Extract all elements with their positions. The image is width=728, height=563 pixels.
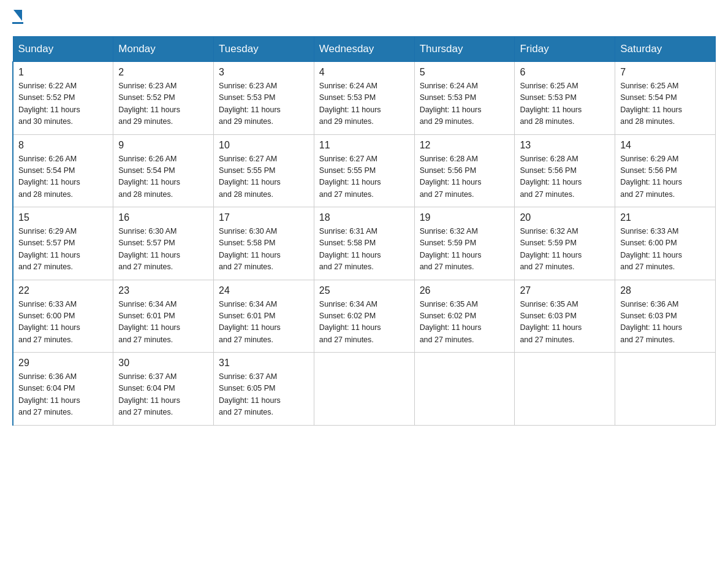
day-number: 16 <box>118 212 208 223</box>
day-number: 8 <box>18 140 108 151</box>
day-number: 30 <box>118 358 208 369</box>
calendar-cell: 11Sunrise: 6:27 AMSunset: 5:55 PMDayligh… <box>314 134 414 207</box>
calendar-cell: 24Sunrise: 6:34 AMSunset: 6:01 PMDayligh… <box>214 280 314 353</box>
day-info: Sunrise: 6:28 AMSunset: 5:56 PMDaylight:… <box>520 153 610 201</box>
day-number: 15 <box>18 212 108 223</box>
day-info: Sunrise: 6:27 AMSunset: 5:55 PMDaylight:… <box>319 153 409 201</box>
calendar-week-row: 22Sunrise: 6:33 AMSunset: 6:00 PMDayligh… <box>13 280 716 353</box>
day-info: Sunrise: 6:29 AMSunset: 5:57 PMDaylight:… <box>18 226 108 274</box>
calendar-cell: 13Sunrise: 6:28 AMSunset: 5:56 PMDayligh… <box>515 134 615 207</box>
day-info: Sunrise: 6:36 AMSunset: 6:04 PMDaylight:… <box>18 371 108 419</box>
day-info: Sunrise: 6:26 AMSunset: 5:54 PMDaylight:… <box>118 153 208 201</box>
day-number: 19 <box>420 212 510 223</box>
day-info: Sunrise: 6:31 AMSunset: 5:58 PMDaylight:… <box>319 226 409 274</box>
day-info: Sunrise: 6:34 AMSunset: 6:02 PMDaylight:… <box>319 299 409 347</box>
calendar-cell: 26Sunrise: 6:35 AMSunset: 6:02 PMDayligh… <box>414 280 515 353</box>
day-info: Sunrise: 6:34 AMSunset: 6:01 PMDaylight:… <box>219 299 309 347</box>
day-info: Sunrise: 6:22 AMSunset: 5:52 PMDaylight:… <box>18 80 108 128</box>
calendar-cell: 5Sunrise: 6:24 AMSunset: 5:53 PMDaylight… <box>414 62 515 135</box>
calendar-cell: 3Sunrise: 6:23 AMSunset: 5:53 PMDaylight… <box>214 62 314 135</box>
day-number: 10 <box>219 140 309 151</box>
day-number: 13 <box>520 140 610 151</box>
calendar-cell: 23Sunrise: 6:34 AMSunset: 6:01 PMDayligh… <box>113 280 214 353</box>
calendar-cell <box>314 353 414 426</box>
calendar-cell <box>615 353 716 426</box>
calendar-cell: 16Sunrise: 6:30 AMSunset: 5:57 PMDayligh… <box>113 207 214 280</box>
calendar-cell: 28Sunrise: 6:36 AMSunset: 6:03 PMDayligh… <box>615 280 716 353</box>
calendar-cell: 9Sunrise: 6:26 AMSunset: 5:54 PMDaylight… <box>113 134 214 207</box>
day-info: Sunrise: 6:30 AMSunset: 5:58 PMDaylight:… <box>219 226 309 274</box>
day-info: Sunrise: 6:23 AMSunset: 5:53 PMDaylight:… <box>219 80 309 128</box>
day-number: 7 <box>620 67 710 78</box>
calendar-cell: 25Sunrise: 6:34 AMSunset: 6:02 PMDayligh… <box>314 280 414 353</box>
calendar-week-row: 8Sunrise: 6:26 AMSunset: 5:54 PMDaylight… <box>13 134 716 207</box>
calendar-cell: 27Sunrise: 6:35 AMSunset: 6:03 PMDayligh… <box>515 280 615 353</box>
day-number: 18 <box>319 212 409 223</box>
column-header-monday: Monday <box>113 37 214 62</box>
day-info: Sunrise: 6:27 AMSunset: 5:55 PMDaylight:… <box>219 153 309 201</box>
day-info: Sunrise: 6:30 AMSunset: 5:57 PMDaylight:… <box>118 226 208 274</box>
day-info: Sunrise: 6:32 AMSunset: 5:59 PMDaylight:… <box>520 226 610 274</box>
calendar-cell: 2Sunrise: 6:23 AMSunset: 5:52 PMDaylight… <box>113 62 214 135</box>
calendar-cell: 17Sunrise: 6:30 AMSunset: 5:58 PMDayligh… <box>214 207 314 280</box>
day-number: 2 <box>118 67 208 78</box>
calendar-cell: 31Sunrise: 6:37 AMSunset: 6:05 PMDayligh… <box>214 353 314 426</box>
day-info: Sunrise: 6:26 AMSunset: 5:54 PMDaylight:… <box>18 153 108 201</box>
calendar-cell: 4Sunrise: 6:24 AMSunset: 5:53 PMDaylight… <box>314 62 414 135</box>
calendar-cell: 14Sunrise: 6:29 AMSunset: 5:56 PMDayligh… <box>615 134 716 207</box>
column-header-wednesday: Wednesday <box>314 37 414 62</box>
calendar-cell: 15Sunrise: 6:29 AMSunset: 5:57 PMDayligh… <box>13 207 113 280</box>
day-number: 4 <box>319 67 409 78</box>
day-number: 22 <box>18 285 108 296</box>
column-header-friday: Friday <box>515 37 615 62</box>
calendar-header-row: SundayMondayTuesdayWednesdayThursdayFrid… <box>13 37 716 62</box>
day-info: Sunrise: 6:24 AMSunset: 5:53 PMDaylight:… <box>319 80 409 128</box>
day-number: 21 <box>620 212 710 223</box>
day-number: 1 <box>18 67 108 78</box>
day-number: 28 <box>620 285 710 296</box>
logo-underline <box>12 22 23 24</box>
calendar-cell: 10Sunrise: 6:27 AMSunset: 5:55 PMDayligh… <box>214 134 314 207</box>
day-number: 12 <box>420 140 510 151</box>
day-info: Sunrise: 6:25 AMSunset: 5:54 PMDaylight:… <box>620 80 710 128</box>
day-number: 14 <box>620 140 710 151</box>
day-info: Sunrise: 6:37 AMSunset: 6:04 PMDaylight:… <box>118 371 208 419</box>
day-number: 29 <box>18 358 108 369</box>
day-number: 27 <box>520 285 610 296</box>
calendar-cell: 6Sunrise: 6:25 AMSunset: 5:53 PMDaylight… <box>515 62 615 135</box>
day-number: 5 <box>420 67 510 78</box>
page-header <box>12 12 716 24</box>
day-info: Sunrise: 6:35 AMSunset: 6:03 PMDaylight:… <box>520 299 610 347</box>
calendar-cell: 12Sunrise: 6:28 AMSunset: 5:56 PMDayligh… <box>414 134 515 207</box>
day-number: 20 <box>520 212 610 223</box>
day-info: Sunrise: 6:33 AMSunset: 6:00 PMDaylight:… <box>620 226 710 274</box>
calendar-cell: 7Sunrise: 6:25 AMSunset: 5:54 PMDaylight… <box>615 62 716 135</box>
day-number: 24 <box>219 285 309 296</box>
day-info: Sunrise: 6:28 AMSunset: 5:56 PMDaylight:… <box>420 153 510 201</box>
day-info: Sunrise: 6:35 AMSunset: 6:02 PMDaylight:… <box>420 299 510 347</box>
day-number: 3 <box>219 67 309 78</box>
day-info: Sunrise: 6:23 AMSunset: 5:52 PMDaylight:… <box>118 80 208 128</box>
day-info: Sunrise: 6:29 AMSunset: 5:56 PMDaylight:… <box>620 153 710 201</box>
day-number: 31 <box>219 358 309 369</box>
calendar-cell: 29Sunrise: 6:36 AMSunset: 6:04 PMDayligh… <box>13 353 113 426</box>
calendar-cell: 19Sunrise: 6:32 AMSunset: 5:59 PMDayligh… <box>414 207 515 280</box>
column-header-saturday: Saturday <box>615 37 716 62</box>
calendar-cell <box>515 353 615 426</box>
calendar-cell: 22Sunrise: 6:33 AMSunset: 6:00 PMDayligh… <box>13 280 113 353</box>
day-info: Sunrise: 6:36 AMSunset: 6:03 PMDaylight:… <box>620 299 710 347</box>
calendar-cell: 20Sunrise: 6:32 AMSunset: 5:59 PMDayligh… <box>515 207 615 280</box>
day-info: Sunrise: 6:32 AMSunset: 5:59 PMDaylight:… <box>420 226 510 274</box>
day-number: 26 <box>420 285 510 296</box>
logo <box>12 12 23 24</box>
calendar-week-row: 29Sunrise: 6:36 AMSunset: 6:04 PMDayligh… <box>13 353 716 426</box>
day-number: 9 <box>118 140 208 151</box>
calendar-week-row: 1Sunrise: 6:22 AMSunset: 5:52 PMDaylight… <box>13 62 716 135</box>
day-info: Sunrise: 6:24 AMSunset: 5:53 PMDaylight:… <box>420 80 510 128</box>
calendar-cell: 21Sunrise: 6:33 AMSunset: 6:00 PMDayligh… <box>615 207 716 280</box>
day-info: Sunrise: 6:34 AMSunset: 6:01 PMDaylight:… <box>118 299 208 347</box>
calendar-week-row: 15Sunrise: 6:29 AMSunset: 5:57 PMDayligh… <box>13 207 716 280</box>
column-header-tuesday: Tuesday <box>214 37 314 62</box>
calendar-table: SundayMondayTuesdayWednesdayThursdayFrid… <box>12 36 716 426</box>
day-info: Sunrise: 6:33 AMSunset: 6:00 PMDaylight:… <box>18 299 108 347</box>
